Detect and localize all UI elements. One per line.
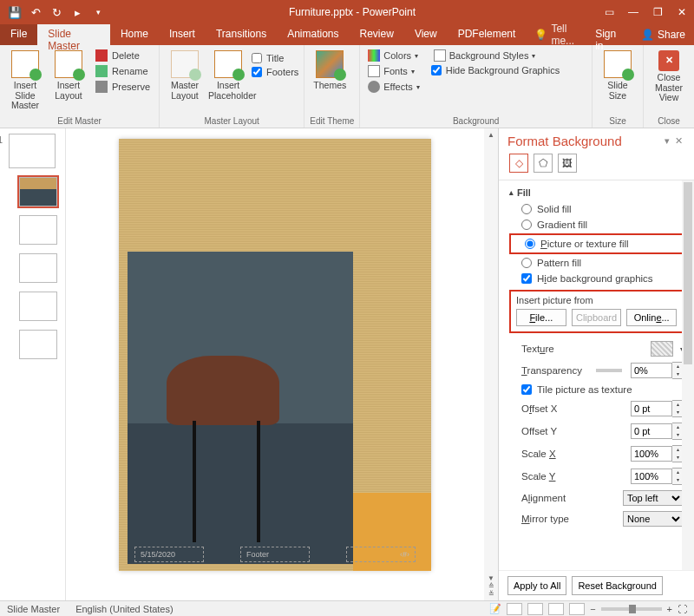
qat-customize-icon[interactable]: ▾ <box>88 3 108 22</box>
redo-icon[interactable]: ↻ <box>47 3 66 22</box>
insert-online-button[interactable]: Online... <box>626 309 677 326</box>
start-slideshow-icon[interactable]: ▸ <box>68 3 87 22</box>
fonts-dropdown[interactable]: Fonts▾ <box>365 64 422 78</box>
alignment-select[interactable]: Top left <box>623 490 684 506</box>
insert-file-button[interactable]: File... <box>516 309 566 326</box>
minimize-icon[interactable]: — <box>621 3 645 22</box>
fit-to-window-button[interactable]: ⛶ <box>678 604 687 614</box>
apply-to-all-button[interactable]: Apply to All <box>507 576 566 595</box>
tab-transitions[interactable]: Transitions <box>206 24 277 45</box>
fill-tab-icon[interactable]: ◇ <box>509 154 528 173</box>
restore-icon[interactable]: ❐ <box>645 3 670 22</box>
tab-home[interactable]: Home <box>110 24 159 45</box>
layout-thumbnail-5[interactable] <box>19 330 57 359</box>
delete-button[interactable]: Delete <box>92 49 154 62</box>
normal-view-button[interactable] <box>507 603 522 615</box>
undo-icon[interactable]: ↶ <box>26 3 45 22</box>
colors-dropdown[interactable]: Colors▾ <box>365 49 422 62</box>
effects-tab-icon[interactable]: ⬠ <box>534 154 553 173</box>
gradient-fill-radio[interactable]: Gradient fill <box>509 217 684 233</box>
tab-file[interactable]: File <box>0 24 37 45</box>
preserve-button[interactable]: Preserve <box>92 80 154 94</box>
effects-dropdown[interactable]: Effects▾ <box>365 80 422 94</box>
reset-background-button[interactable]: Reset Background <box>572 576 663 595</box>
colors-icon <box>368 49 380 62</box>
tab-pdfelement[interactable]: PDFelement <box>448 24 527 45</box>
save-icon[interactable]: 💾 <box>5 3 24 22</box>
scroll-up-icon[interactable]: ▲ <box>488 131 494 139</box>
zoom-slider[interactable] <box>601 607 662 611</box>
tell-me-search[interactable]: 💡Tell me... <box>534 24 586 45</box>
delete-icon <box>95 49 108 62</box>
pattern-fill-radio[interactable]: Pattern fill <box>509 255 684 271</box>
slide-thumbnails-panel: 1 <box>0 128 66 600</box>
picture-fill-radio[interactable]: PPicture or texture fillicture or textur… <box>513 236 680 252</box>
tab-insert[interactable]: Insert <box>159 24 206 45</box>
status-language[interactable]: English (United States) <box>75 604 174 614</box>
next-slide-icon[interactable]: ≚ <box>488 590 494 598</box>
rename-button[interactable]: Rename <box>92 64 154 78</box>
layout-thumbnail-3[interactable] <box>19 253 57 283</box>
tab-review[interactable]: Review <box>350 24 404 45</box>
notes-button[interactable]: 📝 <box>489 603 501 614</box>
master-layout-button[interactable]: Master Layout <box>165 49 205 101</box>
slide-canvas[interactable]: 5/15/2020 Footer ‹#› <box>66 128 484 600</box>
ribbon: Insert Slide Master Insert Layout Delete… <box>0 45 694 128</box>
pane-close-icon[interactable]: ✕ <box>672 135 685 147</box>
prev-slide-icon[interactable]: ≙ <box>488 582 494 590</box>
date-placeholder[interactable]: 5/15/2020 <box>134 547 204 562</box>
zoom-in-button[interactable]: + <box>667 604 672 614</box>
close-master-view-button[interactable]: ✕Close Master View <box>649 49 689 103</box>
footers-checkbox[interactable]: Footers <box>252 66 298 78</box>
layout-thumbnail-1[interactable] <box>19 177 57 206</box>
hide-bg-graphics-checkbox[interactable]: Hide Background Graphics <box>431 64 560 76</box>
layout-icon <box>55 50 82 78</box>
transparency-slider[interactable] <box>596 369 622 372</box>
main-area: 1 5/15/2020 Footer ‹#› ▲ ▼ ≙ ≚ Format Ba… <box>0 128 694 600</box>
slideshow-view-button[interactable] <box>569 603 585 615</box>
themes-button[interactable]: Themes <box>310 49 350 91</box>
zoom-out-button[interactable]: − <box>590 604 595 614</box>
rename-icon <box>95 65 108 77</box>
ribbon-options-icon[interactable]: ▭ <box>597 3 621 22</box>
mirror-type-select[interactable]: None <box>623 511 684 527</box>
share-button[interactable]: 👤Share <box>632 24 694 45</box>
footer-placeholder[interactable]: Footer <box>240 547 310 562</box>
tab-view[interactable]: View <box>404 24 448 45</box>
slide-size-button[interactable]: Slide Size <box>598 49 638 101</box>
master-thumbnail[interactable]: 1 <box>9 134 56 168</box>
pane-options-icon[interactable]: ▾ <box>662 135 672 147</box>
group-master-layout: Master Layout Insert Placeholder Title F… <box>160 45 304 128</box>
slide-picture-placeholder[interactable] <box>128 252 353 564</box>
sorter-view-button[interactable] <box>527 603 543 615</box>
insert-layout-button[interactable]: Insert Layout <box>49 49 88 101</box>
offset-x-input[interactable] <box>631 401 672 416</box>
insert-slide-master-button[interactable]: Insert Slide Master <box>5 49 45 111</box>
close-icon[interactable]: ✕ <box>670 3 694 22</box>
picture-tab-icon[interactable]: 🖼 <box>558 154 577 173</box>
scroll-down-icon[interactable]: ▼ <box>488 574 494 582</box>
layout-thumbnail-4[interactable] <box>19 292 57 321</box>
texture-picker-button[interactable] <box>651 341 673 357</box>
slide-master-icon <box>11 50 39 78</box>
transparency-input[interactable] <box>631 363 672 378</box>
pane-scrollbar[interactable] <box>682 180 694 570</box>
tab-slide-master[interactable]: Slide Master <box>37 24 110 45</box>
scale-x-input[interactable] <box>631 446 672 462</box>
reading-view-button[interactable] <box>548 603 564 615</box>
fill-section-header[interactable]: Fill <box>509 187 684 201</box>
scale-y-input[interactable] <box>631 469 672 484</box>
tile-picture-checkbox[interactable]: Tile picture as texture <box>509 382 684 397</box>
solid-fill-radio[interactable]: Solid fill <box>509 201 684 217</box>
title-checkbox[interactable]: Title <box>252 52 298 64</box>
offset-y-input[interactable] <box>631 423 672 439</box>
sign-in-link[interactable]: Sign in <box>586 24 632 45</box>
close-x-icon: ✕ <box>658 50 679 71</box>
slide-number-placeholder[interactable]: ‹#› <box>346 547 416 562</box>
insert-placeholder-button[interactable]: Insert Placeholder <box>208 49 248 101</box>
tab-animations[interactable]: Animations <box>277 24 349 45</box>
canvas-scrollbar[interactable]: ▲ ▼ ≙ ≚ <box>484 128 498 600</box>
hide-bg-graphics-pane-checkbox[interactable]: Hide background graphics <box>509 271 684 286</box>
layout-thumbnail-2[interactable] <box>19 215 57 245</box>
background-styles-dropdown[interactable]: Background Styles▾ <box>431 49 560 62</box>
